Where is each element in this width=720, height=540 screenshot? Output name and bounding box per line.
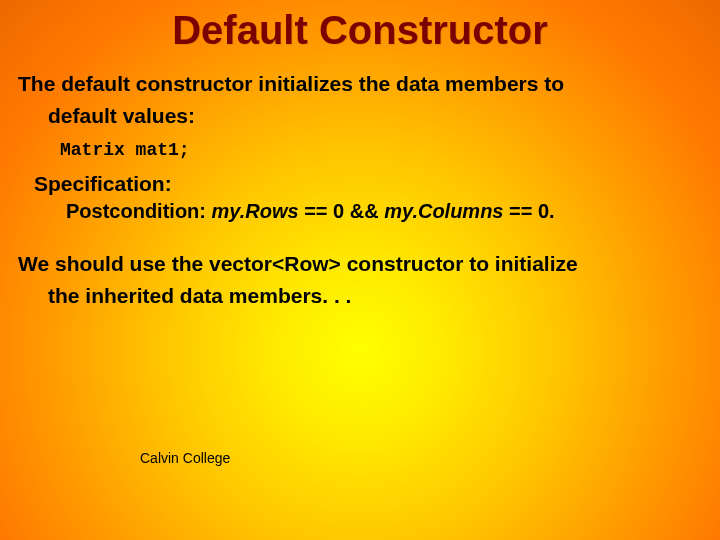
code-sample: Matrix mat1; [60,140,702,160]
postcond-mid2: == 0. [504,200,555,222]
spacer [18,237,702,251]
slide: Default Constructor The default construc… [0,0,720,540]
postcond-columns: my.Columns [384,200,503,222]
intro-line-2: default values: [18,103,702,129]
advice-line-1: We should use the vector<Row> constructo… [18,251,702,277]
postcond-rows: my.Rows [212,200,299,222]
advice-line-2: the inherited data members. . . [18,283,702,309]
slide-title: Default Constructor [0,0,720,71]
intro-line-1: The default constructor initializes the … [18,71,702,97]
footer-text: Calvin College [140,450,230,466]
postcondition-line: Postcondition: my.Rows == 0 && my.Column… [66,200,702,223]
postcond-prefix: Postcondition: [66,200,212,222]
postcond-mid1: == 0 && [299,200,385,222]
specification-heading: Specification: [34,172,702,196]
slide-body: The default constructor initializes the … [0,71,720,309]
